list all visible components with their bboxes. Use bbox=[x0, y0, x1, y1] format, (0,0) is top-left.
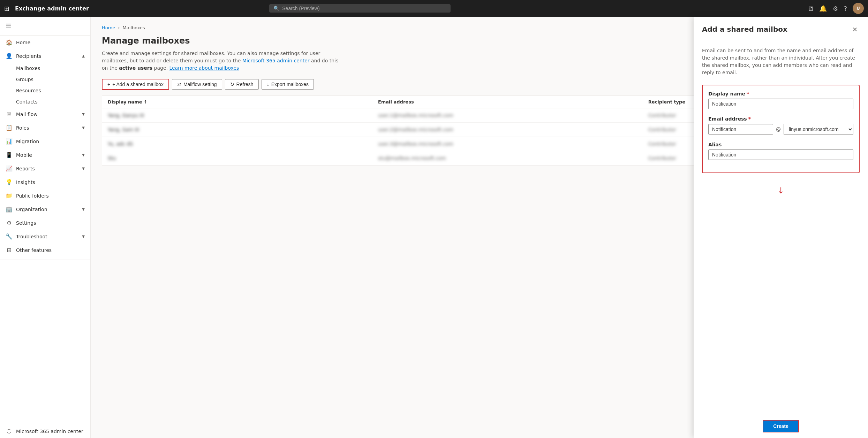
sidebar-sub-groups[interactable]: Groups bbox=[0, 74, 90, 85]
col-display-name[interactable]: Display name ↑ bbox=[108, 99, 378, 105]
sidebar-item-settings[interactable]: ⚙ Settings bbox=[0, 216, 90, 230]
app-title: Exchange admin center bbox=[15, 5, 89, 12]
sidebar-item-mobile[interactable]: 📱 Mobile ▼ bbox=[0, 148, 90, 162]
sidebar-label-home: Home bbox=[16, 40, 85, 45]
gear-icon[interactable]: ⚙ bbox=[832, 5, 838, 12]
organization-icon: 🏢 bbox=[6, 206, 13, 213]
sidebar-label-reports: Reports bbox=[16, 166, 78, 171]
display-name-required: * bbox=[747, 91, 749, 97]
sidebar-label-m365: Microsoft 365 admin center bbox=[16, 429, 85, 434]
sidebar-item-public-folders[interactable]: 📁 Public folders bbox=[0, 189, 90, 202]
page-desc-end: page. bbox=[152, 65, 169, 71]
export-label: Export mailboxes bbox=[271, 82, 309, 87]
email-required: * bbox=[748, 116, 751, 122]
chevron-down-icon-reports: ▼ bbox=[82, 167, 85, 170]
sidebar-item-troubleshoot[interactable]: 🔧 Troubleshoot ▼ bbox=[0, 230, 90, 243]
sidebar-item-mailflow[interactable]: ✉ Mail flow ▼ bbox=[0, 107, 90, 121]
sidebar-item-reports[interactable]: 📈 Reports ▼ bbox=[0, 162, 90, 175]
sidebar-label-mobile: Mobile bbox=[16, 152, 78, 158]
sidebar-sub-contacts[interactable]: Contacts bbox=[0, 96, 90, 107]
email-address-input[interactable] bbox=[708, 124, 773, 135]
panel-close-button[interactable]: ✕ bbox=[850, 25, 860, 34]
panel-body: Email can be sent to and from the name a… bbox=[694, 40, 868, 414]
panel-form-box: Display name * Email address * @ lin bbox=[702, 85, 860, 173]
sidebar-label-settings: Settings bbox=[16, 220, 85, 226]
sidebar-label-other-features: Other features bbox=[16, 247, 85, 253]
add-shared-mailbox-button[interactable]: + + Add a shared mailbox bbox=[102, 79, 169, 90]
display-name-input[interactable] bbox=[708, 99, 853, 109]
create-button[interactable]: Create bbox=[763, 420, 799, 432]
bell-icon[interactable]: 🔔 bbox=[819, 5, 827, 12]
sidebar-label-organization: Organization bbox=[16, 207, 78, 212]
refresh-button[interactable]: ↻ Refresh bbox=[225, 79, 259, 90]
alias-label: Alias bbox=[708, 142, 853, 147]
sidebar-item-migration[interactable]: 📊 Migration bbox=[0, 135, 90, 148]
sub-label-contacts: Contacts bbox=[16, 99, 38, 105]
grid-icon[interactable]: ⊞ bbox=[4, 5, 9, 12]
reports-icon: 📈 bbox=[6, 165, 13, 172]
email-row: @ linyus.onmicrosoft.com bbox=[708, 124, 853, 135]
active-users-strong: active users bbox=[119, 65, 152, 71]
m365-admin-link[interactable]: Microsoft 365 admin center bbox=[242, 58, 310, 63]
arrow-down-annotation: ↓ bbox=[702, 179, 860, 209]
add-shared-label: + Add a shared mailbox bbox=[112, 82, 164, 87]
sidebar-item-insights[interactable]: 💡 Insights bbox=[0, 175, 90, 189]
breadcrumb-separator: › bbox=[118, 25, 120, 30]
sidebar-top: ☰ bbox=[0, 17, 90, 36]
sidebar-label-roles: Roles bbox=[16, 125, 78, 131]
refresh-icon: ↻ bbox=[230, 82, 234, 87]
search-bar[interactable]: 🔍 bbox=[269, 4, 451, 13]
learn-more-link[interactable]: Learn more about mailboxes bbox=[169, 65, 239, 71]
sidebar-label-troubleshoot: Troubleshoot bbox=[16, 234, 78, 239]
top-navigation: ⊞ Exchange admin center 🔍 🖥 🔔 ⚙ ? U bbox=[0, 0, 868, 17]
recipients-icon: 👤 bbox=[6, 53, 13, 59]
sidebar-item-other-features[interactable]: ⊞ Other features bbox=[0, 243, 90, 257]
topnav-right: 🖥 🔔 ⚙ ? U bbox=[807, 3, 864, 14]
insights-icon: 💡 bbox=[6, 179, 13, 185]
sidebar-label-insights: Insights bbox=[16, 179, 85, 185]
chevron-down-icon-troubleshoot: ▼ bbox=[82, 235, 85, 238]
sidebar-label-public-folders: Public folders bbox=[16, 193, 85, 199]
sidebar-item-organization[interactable]: 🏢 Organization ▼ bbox=[0, 202, 90, 216]
breadcrumb-home[interactable]: Home bbox=[102, 25, 115, 30]
m365-icon: ⬡ bbox=[6, 428, 13, 435]
sidebar-item-roles[interactable]: 📋 Roles ▼ bbox=[0, 121, 90, 135]
sidebar-item-home[interactable]: 🏠 Home bbox=[0, 36, 90, 49]
add-icon: + bbox=[107, 82, 110, 87]
sidebar-collapse-button[interactable]: ☰ bbox=[0, 20, 90, 32]
mobile-icon: 📱 bbox=[6, 152, 13, 158]
sidebar-sub-resources[interactable]: Resources bbox=[0, 85, 90, 96]
alias-group: Alias bbox=[708, 142, 853, 160]
chevron-up-icon: ▲ bbox=[82, 54, 85, 58]
sub-label-groups: Groups bbox=[16, 77, 33, 82]
export-icon: ↓ bbox=[267, 82, 269, 87]
monitor-icon[interactable]: 🖥 bbox=[807, 5, 814, 12]
sidebar: ☰ 🏠 Home 👤 Recipients ▲ Mailboxes Groups… bbox=[0, 17, 91, 438]
sidebar-item-recipients[interactable]: 👤 Recipients ▲ bbox=[0, 49, 90, 63]
help-icon[interactable]: ? bbox=[844, 5, 847, 12]
sidebar-sub-mailboxes[interactable]: Mailboxes bbox=[0, 63, 90, 74]
panel-header: Add a shared mailbox ✕ bbox=[694, 17, 868, 40]
sidebar-item-m365-admin[interactable]: ⬡ Microsoft 365 admin center bbox=[0, 424, 90, 438]
row-email-2: user.2@mailbox.microsoft.com bbox=[378, 127, 648, 132]
sidebar-label-migration: Migration bbox=[16, 139, 85, 144]
email-address-group: Email address * @ linyus.onmicrosoft.com bbox=[708, 116, 853, 135]
alias-input[interactable] bbox=[708, 149, 853, 160]
mailflow-label: Mailflow setting bbox=[183, 82, 217, 87]
row-display-name-3: Yu, adc dS bbox=[108, 141, 378, 147]
export-mailboxes-button[interactable]: ↓ Export mailboxes bbox=[262, 79, 314, 90]
troubleshoot-icon: 🔧 bbox=[6, 233, 13, 240]
chevron-down-icon-org: ▼ bbox=[82, 207, 85, 211]
search-input[interactable] bbox=[282, 6, 446, 11]
panel-footer: Create bbox=[694, 414, 868, 438]
row-display-name-4: Stu bbox=[108, 155, 378, 161]
row-display-name-2: Yang, Sam III bbox=[108, 127, 378, 132]
avatar[interactable]: U bbox=[853, 3, 864, 14]
mailflow-setting-button[interactable]: ⇄ Mailflow setting bbox=[172, 79, 222, 90]
chevron-down-icon-mobile: ▼ bbox=[82, 153, 85, 157]
display-name-group: Display name * bbox=[708, 91, 853, 109]
hamburger-icon: ☰ bbox=[6, 22, 11, 30]
sub-label-mailboxes: Mailboxes bbox=[16, 66, 40, 71]
email-domain-select[interactable]: linyus.onmicrosoft.com bbox=[784, 124, 853, 135]
row-email-1: user.1@mailbox.microsoft.com bbox=[378, 113, 648, 118]
